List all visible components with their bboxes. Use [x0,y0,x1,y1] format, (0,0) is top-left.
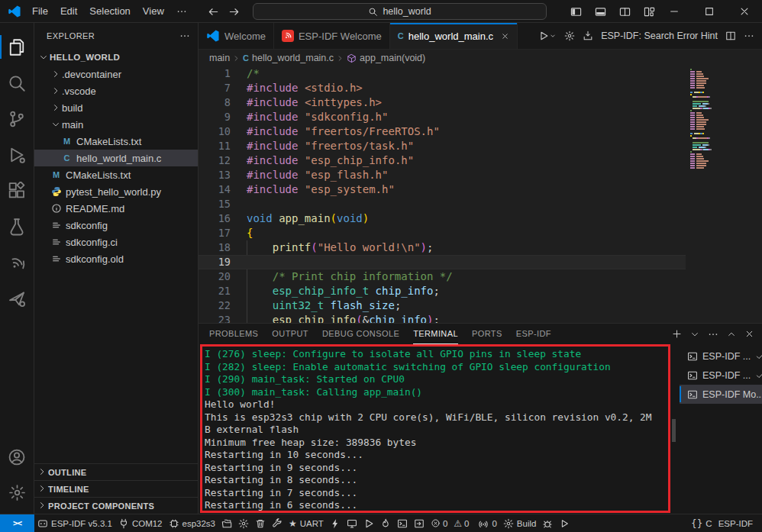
status-flash-method[interactable]: ★UART [286,514,327,532]
status-remote[interactable]: >< [0,514,34,532]
menu-more[interactable] [170,3,193,20]
panel-tab-debug-console[interactable]: DEBUG CONSOLE [322,324,399,344]
breadcrumb-main[interactable]: main [209,53,230,63]
status-device-target[interactable]: esp32s3 [166,514,218,532]
terminal-output[interactable]: I (276) sleep: Configure to isolate all … [205,348,667,511]
status-forwarded-ports[interactable]: 0 [475,514,499,532]
minimap[interactable] [690,69,757,176]
editor-settings-button[interactable] [564,31,575,41]
tree-item-hello-world-main-c[interactable]: Chello_world_main.c [34,150,198,166]
maximize-button[interactable] [692,0,727,23]
status-problems[interactable]: 0⚠0 [428,514,476,532]
search-error-hint-button[interactable]: ESP-IDF: Search Error Hint [601,31,718,41]
tree-item-main[interactable]: main [34,116,198,133]
code-line-22[interactable]: 22 uint32_t flash_size; [199,298,686,313]
terminal-list-item-2[interactable]: ESP-IDF ... [680,366,762,385]
section-timeline[interactable]: TIMELINE [34,480,198,497]
code-line-17[interactable]: 17{ [199,226,686,240]
activity-esp-idf-explorer[interactable] [0,280,34,316]
tree-item--vscode[interactable]: .vscode [34,82,198,99]
breadcrumb-app-main-void-[interactable]: app_main(void) [347,53,425,63]
terminal-scrollbar-thumb[interactable] [672,419,676,442]
terminal-scrollbar[interactable] [672,347,676,511]
status-debug-device[interactable] [360,514,377,532]
panel-tab-terminal[interactable]: TERMINAL [413,324,458,344]
status-monitor-device[interactable] [344,514,360,532]
activity-run-and-debug[interactable] [0,137,34,172]
tree-item-hello-world[interactable]: HELLO_WORLD [34,49,198,66]
history-forward-icon[interactable] [228,6,240,18]
code-line-1[interactable]: 1/* [199,66,686,81]
more-actions-button[interactable] [744,31,754,41]
tab-esp-idf-welcome[interactable]: ESP-IDF Welcome [274,23,390,49]
toggle-secondary-sidebar-icon[interactable] [619,6,631,18]
run-or-debug-button[interactable] [538,29,557,43]
activity-accounts[interactable] [0,439,34,475]
command-center-search[interactable]: hello_world [253,3,547,20]
activity-source-control[interactable] [0,101,34,137]
status-build-flash-monitor[interactable] [377,514,394,532]
status-flash-device[interactable] [327,514,344,532]
menu-file[interactable]: File [26,3,54,20]
toggle-panel-icon[interactable] [595,6,606,18]
customize-layout-icon[interactable] [644,6,655,18]
status-espidf-version[interactable]: ESP-IDF v5.3.1 [34,514,115,532]
status-execute-custom-task[interactable] [411,514,428,532]
status-idf-terminal[interactable] [394,514,411,532]
status-run-task[interactable] [556,514,573,532]
code-line-23[interactable]: 23 esp_chip_info(&chip_info); [199,313,686,323]
breadcrumb-hello-world-main-c[interactable]: Chello_world_main.c [243,53,334,63]
activity-extensions[interactable] [0,172,34,208]
section-outline[interactable]: OUTLINE [34,463,198,480]
terminal-list-item-3[interactable]: ESP-IDF Mo... [680,385,762,404]
status-build-wrench[interactable] [269,514,286,532]
status-serial-port[interactable]: COM12 [115,514,166,532]
menu-view[interactable]: View [137,3,170,20]
tab-hello-world-main-c[interactable]: Chello_world_main.c [390,23,518,49]
code-line-20[interactable]: 20 /* Print chip information */ [199,269,686,284]
minimize-button[interactable] [657,0,692,23]
tree-item--devcontainer[interactable]: .devcontainer [34,66,198,82]
activity-espressif[interactable] [0,244,34,280]
menu-selection[interactable]: Selection [83,3,136,20]
code-line-8[interactable]: 8#include <inttypes.h> [199,95,686,110]
activity-explorer[interactable] [0,29,34,65]
status-menuconfig[interactable] [235,514,252,532]
history-back-icon[interactable] [208,6,219,18]
code-line-9[interactable]: 9#include "sdkconfig.h" [199,110,686,124]
code-line-7[interactable]: 7#include <stdio.h> [199,81,686,95]
code-line-13[interactable]: 13#include "esp_flash.h" [199,168,686,182]
explorer-more-actions-icon[interactable] [179,31,190,41]
section-project-components[interactable]: PROJECT COMPONENTS [34,497,198,514]
tree-item-sdkconfig-ci[interactable]: sdkconfig.ci [34,234,198,250]
tree-item-cmakelists-txt[interactable]: MCMakeLists.txt [34,133,198,150]
maximize-panel-icon[interactable] [727,330,736,339]
activity-search[interactable] [0,65,34,101]
code-line-12[interactable]: 12#include "esp_chip_info.h" [199,153,686,168]
code-line-11[interactable]: 11#include "freertos/task.h" [199,139,686,153]
activity-manage[interactable] [0,475,34,511]
status-full-clean[interactable] [252,514,269,532]
panel-tab-ports[interactable]: PORTS [472,324,502,344]
close-button[interactable] [727,0,762,23]
terminal-list-item-1[interactable]: ESP-IDF ... [680,347,762,366]
activity-testing[interactable] [0,208,34,244]
code-line-10[interactable]: 10#include "freertos/FreeRTOS.h" [199,124,686,139]
tree-item-sdkconfig-old[interactable]: sdkconfig.old [34,250,198,267]
status-espidf-extension[interactable]: ESP-IDF [715,514,756,532]
vscode-logo-icon[interactable] [8,5,21,18]
tree-item-sdkconfig[interactable]: sdkconfig [34,217,198,234]
menu-edit[interactable]: Edit [54,3,83,20]
new-terminal-icon[interactable] [672,329,682,339]
status-current-project[interactable] [218,514,235,532]
panel-tab-problems[interactable]: PROBLEMS [209,324,258,344]
tree-item-pytest-hello-world-py[interactable]: pytest_hello_world.py [34,183,198,200]
split-editor-button[interactable] [725,31,736,41]
more-icon[interactable] [708,329,718,340]
close-panel-icon[interactable] [744,329,754,339]
toggle-primary-sidebar-icon[interactable] [570,6,582,18]
tab-welcome[interactable]: Welcome [199,23,274,49]
tree-item-build[interactable]: build [34,99,198,116]
code-line-15[interactable]: 15 [199,197,686,211]
code-line-18[interactable]: 18 printf("Hello world!\n"); [199,240,686,255]
